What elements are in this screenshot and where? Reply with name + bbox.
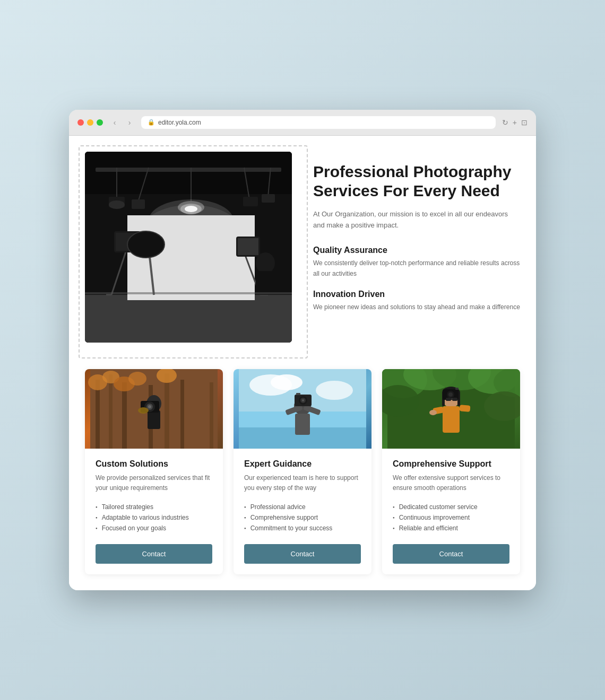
card-1-desc: We provide personalized services that fi… <box>96 473 212 493</box>
feature-quality: Quality Assurance We consistently delive… <box>313 246 520 278</box>
list-item: Comprehensive support <box>244 512 361 523</box>
card-1-body: Custom Solutions We provide personalized… <box>85 449 223 574</box>
card-2-image <box>234 369 371 449</box>
list-item: Adaptable to various industries <box>96 512 212 523</box>
svg-rect-91 <box>446 398 451 401</box>
svg-point-30 <box>256 252 275 274</box>
browser-content: Professional Photography Services For Ev… <box>69 136 536 590</box>
card-1-list: Tailored strategies Adaptable to various… <box>96 502 212 533</box>
card-3-desc: We offer extensive support services to e… <box>393 473 509 493</box>
svg-rect-50 <box>148 410 160 429</box>
svg-rect-83 <box>443 406 460 433</box>
card-2-contact-button[interactable]: Contact <box>244 544 361 564</box>
svg-rect-43 <box>210 382 213 449</box>
hero-section: Professional Photography Services For Ev… <box>85 152 520 343</box>
hero-description: At Our Organization, our mission is to e… <box>313 209 520 231</box>
svg-point-5 <box>109 200 125 209</box>
back-button[interactable]: ‹ <box>109 117 120 128</box>
feature-innovation-title: Innovation Driven <box>313 290 520 299</box>
list-item: Focused on your goals <box>96 523 212 533</box>
feature-innovation: Innovation Driven We pioneer new ideas a… <box>313 290 520 312</box>
card-1-image <box>85 369 223 449</box>
feature-quality-desc: We consistently deliver top-notch perfor… <box>313 258 520 278</box>
card-comprehensive-support: Comprehensive Support We offer extensive… <box>382 369 520 574</box>
card-3-title: Comprehensive Support <box>393 459 509 469</box>
svg-rect-15 <box>243 197 258 206</box>
svg-rect-32 <box>85 292 292 294</box>
card-3-image <box>382 369 520 449</box>
list-item: Commitment to your success <box>244 523 361 533</box>
svg-rect-42 <box>196 375 201 449</box>
card-2-title: Expert Guidance <box>244 459 361 469</box>
forward-button[interactable]: › <box>124 117 135 128</box>
close-button[interactable] <box>77 119 84 126</box>
svg-rect-92 <box>452 398 457 401</box>
svg-rect-36 <box>109 374 113 449</box>
minimize-button[interactable] <box>87 119 93 126</box>
svg-rect-2 <box>96 168 281 172</box>
list-item: Continuous improvement <box>393 512 509 523</box>
svg-rect-27 <box>238 238 258 255</box>
svg-point-47 <box>128 372 146 386</box>
cards-section: Custom Solutions We provide personalized… <box>85 369 520 574</box>
card-3-list: Dedicated customer service Continuous im… <box>393 502 509 533</box>
svg-rect-40 <box>165 373 169 449</box>
list-item: Professional advice <box>244 502 361 512</box>
menu-icon[interactable]: ⊡ <box>521 118 528 127</box>
feature-innovation-desc: We pioneer new ideas and solutions to st… <box>313 302 520 312</box>
hero-image <box>85 152 292 343</box>
browser-actions: ↻ + ⊡ <box>502 118 528 127</box>
card-expert-guidance: Expert Guidance Our experienced team is … <box>234 369 371 574</box>
maximize-button[interactable] <box>97 119 103 126</box>
list-item: Reliable and efficient <box>393 523 509 533</box>
svg-rect-17 <box>262 194 275 203</box>
svg-rect-31 <box>256 271 275 295</box>
card-2-body: Expert Guidance Our experienced team is … <box>234 449 371 574</box>
url-text: editor.yola.com <box>158 119 201 126</box>
add-tab-icon[interactable]: + <box>513 118 517 127</box>
svg-rect-70 <box>296 393 300 395</box>
hero-text: Professional Photography Services For Ev… <box>313 152 520 323</box>
svg-point-59 <box>271 374 302 390</box>
hero-image-wrapper <box>85 152 292 343</box>
svg-rect-1 <box>85 152 292 194</box>
svg-point-60 <box>316 381 353 400</box>
card-1-title: Custom Solutions <box>96 459 212 469</box>
card-3-contact-button[interactable]: Contact <box>393 544 509 564</box>
list-item: Dedicated customer service <box>393 502 509 512</box>
svg-rect-93 <box>451 398 453 399</box>
svg-point-69 <box>302 399 304 401</box>
svg-rect-38 <box>135 377 139 449</box>
svg-rect-41 <box>180 380 184 449</box>
feature-quality-title: Quality Assurance <box>313 246 520 255</box>
card-2-desc: Our experienced team is here to support … <box>244 473 361 493</box>
card-2-list: Professional advice Comprehensive suppor… <box>244 502 361 533</box>
svg-point-54 <box>148 405 151 408</box>
traffic-lights <box>77 119 103 126</box>
card-custom-solutions: Custom Solutions We provide personalized… <box>85 369 223 574</box>
card-3-body: Comprehensive Support We offer extensive… <box>382 449 520 574</box>
svg-rect-85 <box>460 405 471 412</box>
svg-point-86 <box>429 410 437 415</box>
list-item: Tailored strategies <box>96 502 212 512</box>
refresh-icon[interactable]: ↻ <box>502 118 508 127</box>
svg-point-29 <box>127 231 165 258</box>
hero-title: Professional Photography Services For Ev… <box>313 162 520 200</box>
svg-point-89 <box>448 392 453 397</box>
lock-icon: 🔒 <box>148 119 155 126</box>
browser-chrome: ‹ › 🔒 editor.yola.com ↻ + ⊡ <box>69 110 536 136</box>
svg-rect-18 <box>85 295 292 343</box>
card-1-contact-button[interactable]: Contact <box>96 544 212 564</box>
svg-rect-7 <box>132 199 145 209</box>
address-bar[interactable]: 🔒 editor.yola.com <box>141 116 496 129</box>
svg-rect-63 <box>295 414 310 435</box>
svg-point-55 <box>138 407 149 414</box>
browser-controls: ‹ › <box>109 117 135 128</box>
svg-rect-90 <box>455 388 459 390</box>
svg-rect-37 <box>122 382 127 449</box>
browser-window: ‹ › 🔒 editor.yola.com ↻ + ⊡ <box>69 110 536 590</box>
